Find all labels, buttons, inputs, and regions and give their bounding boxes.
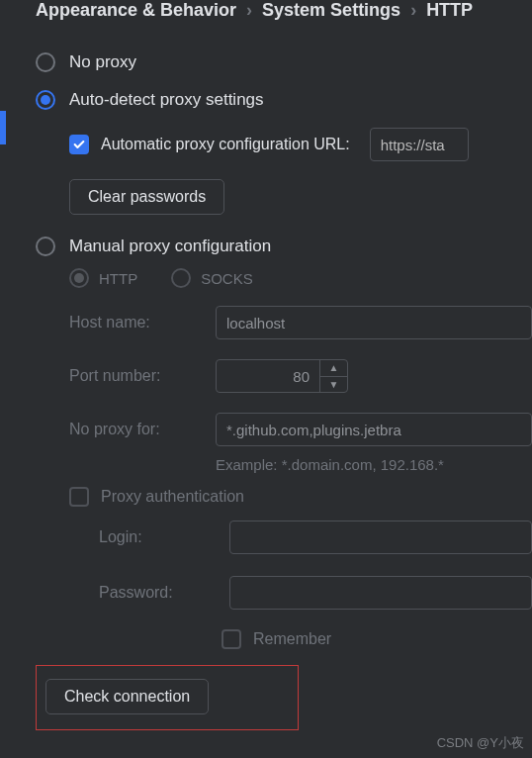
manual-proxy-label: Manual proxy configuration	[69, 237, 271, 256]
socks-protocol-option: SOCKS	[171, 268, 253, 288]
proxy-auth-checkbox	[69, 487, 89, 507]
auto-url-label: Automatic proxy configuration URL:	[101, 136, 350, 153]
proxy-settings-panel: No proxy Auto-detect proxy settings Auto…	[0, 29, 532, 649]
check-icon	[72, 138, 86, 151]
host-label: Host name:	[69, 314, 208, 332]
radio-disabled-icon	[69, 268, 89, 288]
proxy-auth-label: Proxy authentication	[101, 488, 244, 506]
watermark: CSDN @Y小夜	[437, 734, 524, 752]
remember-checkbox	[222, 629, 241, 649]
stepper-arrows: ▲ ▼	[319, 360, 347, 392]
login-label: Login:	[99, 528, 222, 546]
auto-url-input[interactable]: https://sta	[370, 128, 469, 161]
chevron-down-icon: ▼	[320, 377, 347, 393]
noproxy-input: *.github.com,plugins.jetbra	[216, 413, 532, 446]
noproxy-example-hint: Example: *.domain.com, 192.168.*	[216, 456, 532, 473]
port-stepper: 80 ▲ ▼	[216, 359, 348, 393]
selection-marker	[0, 111, 6, 144]
no-proxy-option[interactable]: No proxy	[36, 52, 532, 72]
radio-disabled-icon	[171, 268, 191, 288]
chevron-up-icon: ▲	[320, 360, 347, 377]
password-label: Password:	[99, 584, 222, 602]
auto-url-checkbox[interactable]	[69, 135, 89, 154]
port-label: Port number:	[69, 367, 208, 385]
noproxy-label: No proxy for:	[69, 421, 208, 438]
breadcrumb: Appearance & Behavior › System Settings …	[0, 0, 532, 29]
chevron-right-icon: ›	[410, 0, 416, 21]
radio-selected-icon	[36, 90, 55, 110]
breadcrumb-part[interactable]: HTTP	[426, 0, 473, 21]
auto-detect-label: Auto-detect proxy settings	[69, 90, 264, 110]
auto-url-row: Automatic proxy configuration URL: https…	[69, 128, 532, 161]
no-proxy-label: No proxy	[69, 52, 136, 72]
breadcrumb-part[interactable]: System Settings	[262, 0, 400, 21]
http-label: HTTP	[99, 270, 137, 287]
auto-detect-option[interactable]: Auto-detect proxy settings	[36, 90, 532, 110]
port-value: 80	[217, 360, 319, 392]
clear-passwords-button[interactable]: Clear passwords	[69, 179, 224, 215]
check-connection-button[interactable]: Check connection	[45, 679, 209, 714]
radio-icon	[36, 52, 55, 72]
manual-proxy-option[interactable]: Manual proxy configuration	[36, 237, 532, 256]
chevron-right-icon: ›	[246, 0, 252, 21]
password-input	[229, 576, 532, 610]
host-input: localhost	[216, 306, 532, 339]
manual-proxy-section: HTTP SOCKS Host name: localhost Port num…	[69, 268, 532, 649]
socks-label: SOCKS	[201, 270, 253, 287]
login-input	[229, 521, 532, 554]
http-protocol-option: HTTP	[69, 268, 137, 288]
radio-icon	[36, 237, 55, 256]
remember-label: Remember	[253, 630, 331, 648]
breadcrumb-part[interactable]: Appearance & Behavior	[36, 0, 236, 21]
